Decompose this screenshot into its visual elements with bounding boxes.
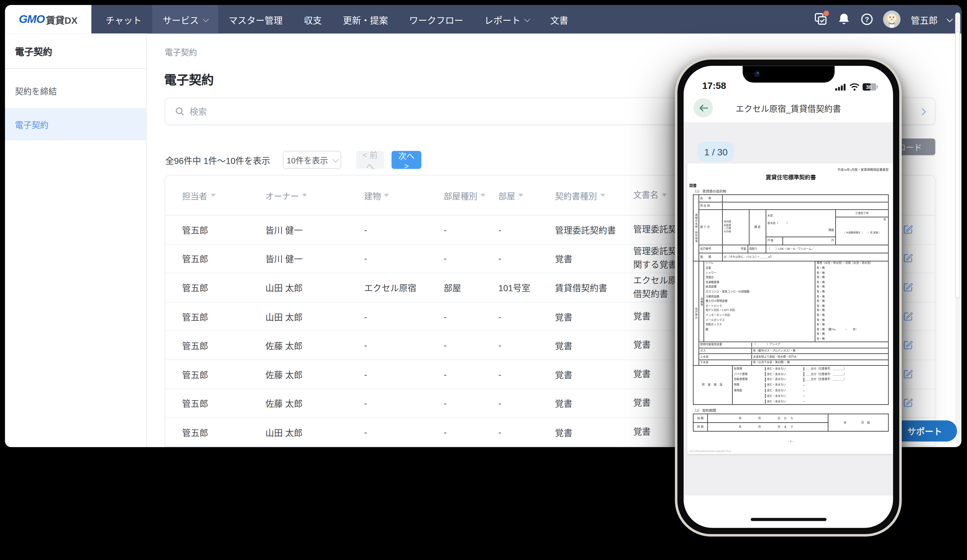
prev-page-button[interactable]: < 前へ <box>356 151 384 169</box>
battery-percent: 38 <box>866 84 871 90</box>
help-icon[interactable]: ? <box>860 12 874 26</box>
cell-room: - <box>498 254 502 264</box>
sidebar-divider <box>5 68 146 69</box>
cell-building: - <box>364 311 367 321</box>
avatar[interactable] <box>883 10 900 28</box>
nav-item-report[interactable]: レポート <box>474 5 540 34</box>
chevron-down-icon[interactable] <box>947 16 953 22</box>
edit-icon[interactable] <box>903 224 913 236</box>
search-expand-button[interactable] <box>920 106 925 117</box>
tasks-icon[interactable] <box>814 12 828 26</box>
phone-screen: 17:58 3 <box>683 66 893 528</box>
nav-item-document[interactable]: 文書 <box>540 5 579 34</box>
cell-owner: 山田 太郎 <box>266 281 303 294</box>
sidebar-item-conclude-contract[interactable]: 契約を締結 <box>5 78 146 103</box>
doc-equipment-row: 冷暖房設備 有・無 <box>704 295 888 299</box>
edit-icon[interactable] <box>903 281 913 294</box>
cell-room: - <box>498 427 502 437</box>
doc-facility-row: 駐車場 含む・含まない ＿＿台分（位置番号：＿＿＿＿） <box>733 366 888 372</box>
cell-building: - <box>364 398 367 408</box>
filter-triangle-icon <box>600 194 605 197</box>
next-page-button[interactable]: 次へ > <box>392 151 421 169</box>
column-header-owner[interactable]: オーナー <box>266 189 307 201</box>
doc-utility-row: 使用可能電気容量 （ ）アンペア <box>699 342 888 348</box>
doc-equipment-row: 備え付け照明設備 有・無 <box>704 299 888 304</box>
page-size-select[interactable]: 10件を表示 <box>283 151 342 169</box>
nav-item-service[interactable]: サービス <box>152 5 218 34</box>
doc-building-vertical-label: 建物の名称・所在地等 <box>693 195 699 261</box>
doc-equipment-row: トイレ 専用（水洗・非水洗）・共用（水洗・非水洗） <box>704 261 888 266</box>
cell-person: 管五郎 <box>182 426 208 438</box>
support-button[interactable]: サポート <box>893 420 957 441</box>
edit-icon[interactable] <box>903 397 913 410</box>
edit-icon-glyph <box>903 252 913 263</box>
doc-term-table: 始 期 年 月 日から 終 期 年 月 日まで 年 月間 <box>693 414 889 432</box>
phone-bottom-bar <box>683 496 893 528</box>
pagination-summary: 全96件中 1件〜10件を表示 <box>165 154 271 166</box>
doc-equipment-row: 有・無 <box>704 337 888 342</box>
column-header-building[interactable]: 建物 <box>364 189 389 201</box>
doc-equipment-row: 浴室 有・無 <box>704 266 888 271</box>
nav-item-workflow[interactable]: ワークフロー <box>399 5 474 34</box>
bell-icon[interactable] <box>837 12 851 26</box>
chevron-down-icon <box>203 16 209 22</box>
home-indicator[interactable] <box>751 518 827 521</box>
contract-document-page[interactable]: 平成30年3月版・家賃債務保証業者型 賃貸住宅標準契約書 頭書 （1） 賃貸借の… <box>688 163 893 454</box>
logo-product-text: 賃貸DX <box>46 13 78 26</box>
column-header-contract-type[interactable]: 契約書種別 <box>555 189 605 201</box>
cell-contract-type: 覚書 <box>555 368 572 380</box>
cell-contract-type: 覚書 <box>555 397 572 410</box>
doc-utility-row: 下水道 有（公共下水道・浄化槽）・無 <box>699 359 888 366</box>
doc-equipment-list: トイレ 専用（水洗・非水洗）・共用（水洗・非水洗） 浴室 有・無 <box>704 261 888 341</box>
doc-hash: ab27cf05ad26c91d10412deba0877b15 <box>690 450 731 453</box>
edit-icon[interactable] <box>903 339 913 352</box>
doc-equipment-row: オートロック 有・無 <box>704 304 888 308</box>
filter-triangle-icon <box>210 194 215 197</box>
doc-equipment-row: 宅配ボックス 有・無 <box>704 323 888 327</box>
app-logo[interactable]: GMO 賃貸DX <box>5 5 91 34</box>
cell-person: 管五郎 <box>182 397 208 410</box>
search-icon <box>175 107 185 116</box>
nav-item-chat[interactable]: チャット <box>95 5 152 34</box>
scrollbar-thumb[interactable] <box>955 31 960 298</box>
doc-equipment-table: 住戸部分 設備等 トイレ 専用（水洗・非 <box>693 261 889 366</box>
nav-item-balance[interactable]: 収支 <box>293 5 333 34</box>
doc-utilities-list: 使用可能電気容量 （ ）アンペア ガス 有（都市ガス・プロパンガス）・無 <box>699 342 888 366</box>
phone-time: 17:58 <box>702 80 726 91</box>
search-input[interactable]: 検索 <box>190 105 207 117</box>
cell-building: - <box>364 254 367 264</box>
cell-owner: 佐藤 太郎 <box>266 339 303 352</box>
nav-item-master[interactable]: マスター管理 <box>218 5 293 34</box>
column-header-room-type[interactable]: 部屋種別 <box>444 189 485 201</box>
nav-menu: チャット サービス マスター管理 収支 更新・提案 ワークフロー レポート 文書 <box>95 5 579 34</box>
stage: GMO 賃貸DX チャット サービス マスター管理 収支 更新・提案 ワークフロ… <box>0 0 967 560</box>
breadcrumb[interactable]: 電子契約 <box>165 46 197 58</box>
sidebar: 電子契約 契約を締結 電子契約 <box>5 34 147 447</box>
phone-status-icons: 38 <box>835 83 878 91</box>
cell-room: - <box>498 369 502 379</box>
battery-icon: 38 <box>863 83 878 91</box>
cell-room-type: - <box>444 369 447 379</box>
cell-building: - <box>364 340 367 350</box>
cell-contract-type: 覚書 <box>555 339 572 352</box>
doc-title: 賃貸住宅標準契約書 <box>693 173 889 181</box>
cell-room: - <box>498 398 502 408</box>
edit-icon-glyph <box>903 224 913 234</box>
column-header-room[interactable]: 部屋 <box>498 189 523 201</box>
cell-room: - <box>498 225 502 235</box>
cell-contract-type: 賃貸借契約書 <box>555 281 607 294</box>
edit-icon[interactable] <box>903 368 913 380</box>
vertical-scrollbar[interactable] <box>955 12 960 445</box>
doc-equipment-row: メールボックス 有・無 <box>704 318 888 323</box>
edit-icon[interactable] <box>903 310 913 323</box>
logo-gmo-text: GMO <box>19 13 45 26</box>
user-name[interactable]: 管五郎 <box>911 13 938 26</box>
edit-icon[interactable] <box>903 252 913 265</box>
sidebar-item-e-contract[interactable]: 電子契約 <box>5 108 146 140</box>
cell-room: - <box>498 311 502 321</box>
nav-item-renewal[interactable]: 更新・提案 <box>332 5 399 34</box>
column-header-person[interactable]: 担当者 <box>182 189 215 201</box>
doc-term-duration: 年 月間 <box>828 414 888 431</box>
doc-utility-row: ガス 有（都市ガス・プロパンガス）・無 <box>699 348 888 354</box>
edit-icon-glyph <box>903 368 913 379</box>
